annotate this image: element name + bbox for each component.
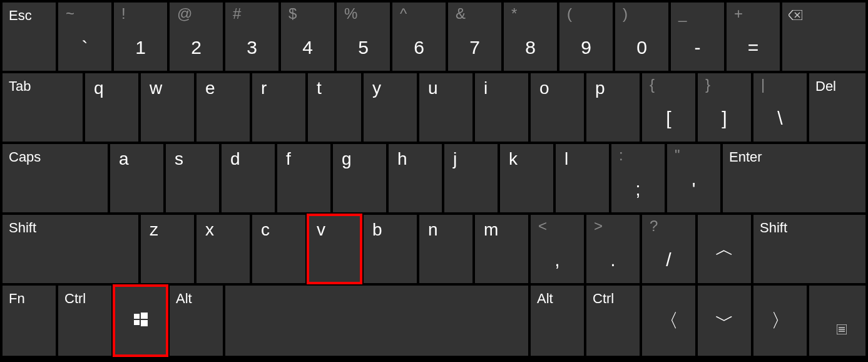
z-key[interactable]: z xyxy=(141,215,194,283)
fn-key[interactable]: Fn xyxy=(3,286,56,356)
backspace-icon xyxy=(789,8,802,24)
enter-key[interactable]: Enter xyxy=(723,144,865,212)
one-key[interactable]: !1 xyxy=(114,3,167,71)
left-shift-key[interactable]: Shift xyxy=(3,215,138,283)
period-key[interactable]: >. xyxy=(586,215,640,283)
svg-rect-3 xyxy=(141,313,148,319)
backspace-key[interactable] xyxy=(782,3,865,71)
chevron-down-icon: ﹀ xyxy=(715,308,734,334)
semicolon-key[interactable]: :; xyxy=(611,144,665,212)
windows-key[interactable] xyxy=(114,286,167,356)
q-key[interactable]: q xyxy=(85,73,138,142)
equals-key[interactable]: += xyxy=(727,3,780,71)
h-key[interactable]: h xyxy=(389,144,442,212)
u-key[interactable]: u xyxy=(419,73,472,142)
nine-key[interactable]: (9 xyxy=(559,3,613,71)
eight-key[interactable]: *8 xyxy=(504,3,557,71)
three-key[interactable]: #3 xyxy=(225,3,278,71)
right-bracket-key[interactable]: }] xyxy=(698,73,751,142)
left-arrow-key[interactable]: 〈 xyxy=(642,286,695,356)
c-key[interactable]: c xyxy=(252,215,305,283)
space-key[interactable] xyxy=(225,286,528,356)
five-key[interactable]: %5 xyxy=(337,3,390,71)
backslash-key[interactable]: |\ xyxy=(753,73,807,142)
seven-key[interactable]: &7 xyxy=(448,3,501,71)
comma-key[interactable]: <, xyxy=(531,215,584,283)
v-key[interactable]: v xyxy=(308,215,361,283)
on-screen-keyboard: Esc ~` !1 @2 #3 $4 %5 ^6 &7 *8 (9 )0 _- … xyxy=(0,0,868,362)
up-arrow-key[interactable]: ︿ xyxy=(698,215,751,283)
e-key[interactable]: e xyxy=(197,73,250,142)
g-key[interactable]: g xyxy=(333,144,386,212)
a-key[interactable]: a xyxy=(110,144,163,212)
slash-key[interactable]: ?/ xyxy=(642,215,695,283)
chevron-left-icon: 〈 xyxy=(660,308,678,334)
left-ctrl-key[interactable]: Ctrl xyxy=(58,286,111,356)
right-shift-key[interactable]: Shift xyxy=(753,215,865,283)
i-key[interactable]: i xyxy=(475,73,528,142)
w-key[interactable]: w xyxy=(141,73,194,142)
r-key[interactable]: r xyxy=(252,73,305,142)
b-key[interactable]: b xyxy=(364,215,417,283)
p-key[interactable]: p xyxy=(586,73,640,142)
caps-lock-key[interactable]: Caps xyxy=(3,144,108,212)
s-key[interactable]: s xyxy=(166,144,219,212)
right-alt-key[interactable]: Alt xyxy=(531,286,584,356)
four-key[interactable]: $4 xyxy=(281,3,334,71)
chevron-right-icon: 〉 xyxy=(771,308,790,334)
menu-icon xyxy=(837,324,847,337)
backtick-key[interactable]: ~` xyxy=(58,3,111,71)
l-key[interactable]: l xyxy=(556,144,609,212)
zero-key[interactable]: )0 xyxy=(615,3,668,71)
o-key[interactable]: o xyxy=(531,73,584,142)
n-key[interactable]: n xyxy=(419,215,472,283)
six-key[interactable]: ^6 xyxy=(392,3,446,71)
j-key[interactable]: j xyxy=(444,144,498,212)
t-key[interactable]: t xyxy=(308,73,361,142)
left-alt-key[interactable]: Alt xyxy=(170,286,223,356)
d-key[interactable]: d xyxy=(222,144,275,212)
windows-logo-icon xyxy=(134,313,148,329)
m-key[interactable]: m xyxy=(475,215,528,283)
svg-rect-4 xyxy=(134,320,140,325)
minus-key[interactable]: _- xyxy=(671,3,724,71)
right-arrow-key[interactable]: 〉 xyxy=(753,286,807,356)
two-key[interactable]: @2 xyxy=(170,3,223,71)
down-arrow-key[interactable]: ﹀ xyxy=(698,286,751,356)
k-key[interactable]: k xyxy=(500,144,553,212)
chevron-up-icon: ︿ xyxy=(715,236,734,262)
svg-rect-5 xyxy=(141,320,148,326)
x-key[interactable]: x xyxy=(197,215,250,283)
svg-rect-2 xyxy=(134,314,140,319)
esc-key[interactable]: Esc xyxy=(3,3,56,71)
tab-key[interactable]: Tab xyxy=(3,73,83,142)
y-key[interactable]: y xyxy=(364,73,417,142)
right-ctrl-key[interactable]: Ctrl xyxy=(586,286,640,356)
f-key[interactable]: f xyxy=(277,144,330,212)
left-bracket-key[interactable]: {[ xyxy=(642,73,695,142)
quote-key[interactable]: "' xyxy=(667,144,720,212)
menu-key[interactable] xyxy=(809,286,865,356)
delete-key[interactable]: Del xyxy=(809,73,865,142)
